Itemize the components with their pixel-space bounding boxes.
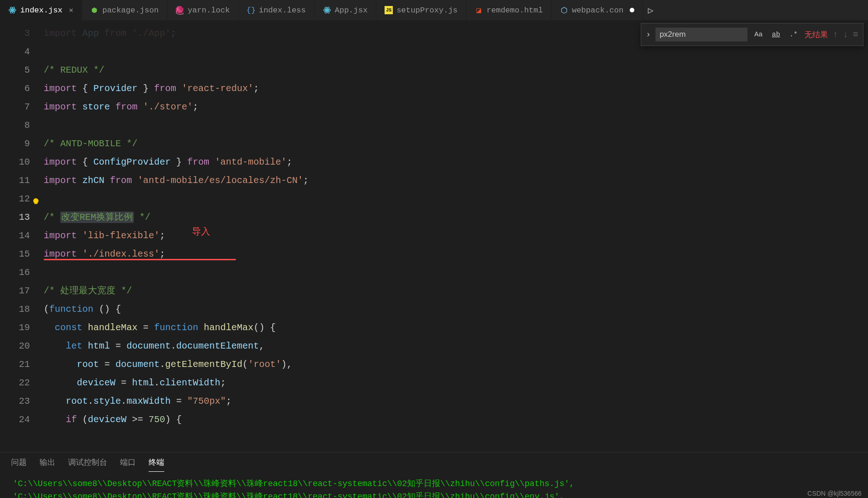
comment: /* REDUX */	[44, 65, 104, 75]
match-case-toggle[interactable]: Aa	[752, 30, 765, 40]
react-icon	[8, 6, 17, 14]
regex-toggle[interactable]: .*	[787, 30, 800, 40]
find-widget: › Aa ab .* 无结果 ↑ ↓ ≡	[641, 23, 863, 46]
tab-setupproxy-js[interactable]: JS setupProxy.js	[376, 0, 466, 20]
tab-label: yarn.lock	[188, 6, 230, 15]
tab-webpack-conf[interactable]: ⬡ webpack.con	[552, 0, 643, 20]
html-icon: ◪	[475, 6, 483, 14]
line-gutter: 3 4567891011 12 1314 15 1617181920212223…	[0, 21, 44, 452]
panel-tab-terminal[interactable]: 终端	[149, 457, 164, 472]
find-input[interactable]	[655, 28, 747, 41]
tab-label: remdemo.html	[487, 6, 543, 15]
comment: /* ANTD-MOBILE */	[44, 138, 138, 149]
annotation-underline	[44, 259, 236, 260]
dirty-indicator	[630, 8, 634, 12]
find-expand-icon[interactable]: ›	[646, 30, 651, 39]
tab-label: webpack.con	[572, 6, 623, 15]
lightbulb-icon[interactable]	[32, 195, 40, 203]
tab-yarn-lock[interactable]: 🧶 yarn.lock	[167, 0, 239, 20]
tab-label: index.less	[259, 6, 306, 15]
panel-tab-problems[interactable]: 问题	[11, 457, 27, 472]
tab-label: App.jsx	[335, 6, 368, 15]
tab-label: index.jsx	[20, 6, 63, 15]
tab-bar: index.jsx ✕ ⬢ package.json 🧶 yarn.lock {…	[0, 0, 868, 21]
js-icon: JS	[385, 6, 393, 14]
comment: /* 处理最大宽度 */	[44, 286, 132, 296]
tab-label: package.json	[102, 6, 158, 15]
whole-word-toggle[interactable]: ab	[770, 30, 782, 40]
tab-package-json[interactable]: ⬢ package.json	[82, 0, 167, 20]
tab-overflow[interactable]: ▷	[643, 0, 658, 20]
npm-icon: ⬢	[90, 6, 98, 14]
find-next-icon[interactable]: ↓	[843, 29, 848, 40]
yarn-icon: 🧶	[176, 6, 184, 14]
panel-tab-output[interactable]: 输出	[40, 457, 55, 472]
bottom-panel: 问题 输出 调试控制台 端口 终端 'C:\\Users\\some8\\Des…	[0, 452, 868, 498]
code-area[interactable]: import App from './App'; /* REDUX */ imp…	[44, 21, 868, 452]
tab-label: setupProxy.js	[397, 6, 458, 15]
webpack-icon: ⬡	[560, 6, 568, 14]
highlighted-text: 改变REM换算比例	[60, 212, 134, 223]
svg-point-0	[12, 10, 13, 11]
react-icon	[323, 6, 331, 14]
tab-index-jsx[interactable]: index.jsx ✕	[0, 0, 82, 20]
find-menu-icon[interactable]: ≡	[853, 29, 858, 40]
run-icon[interactable]: ▷	[648, 5, 653, 16]
panel-tab-debug[interactable]: 调试控制台	[68, 457, 107, 472]
find-prev-icon[interactable]: ↑	[833, 29, 838, 40]
find-result-text: 无结果	[805, 29, 828, 40]
tab-app-jsx[interactable]: App.jsx	[315, 0, 376, 20]
svg-point-4	[326, 10, 328, 11]
panel-tab-ports[interactable]: 端口	[120, 457, 136, 472]
terminal-output[interactable]: 'C:\\Users\\some8\\Desktop\\REACT资料\\珠峰资…	[0, 472, 868, 498]
close-icon[interactable]: ✕	[69, 6, 74, 15]
less-icon: {}	[247, 6, 255, 14]
panel-tabs: 问题 输出 调试控制台 端口 终端	[0, 452, 868, 472]
tab-index-less[interactable]: {} index.less	[239, 0, 315, 20]
tab-remdemo-html[interactable]: ◪ remdemo.html	[466, 0, 552, 20]
editor[interactable]: 3 4567891011 12 1314 15 1617181920212223…	[0, 21, 868, 452]
watermark: CSDN @kjl536566	[807, 490, 862, 497]
